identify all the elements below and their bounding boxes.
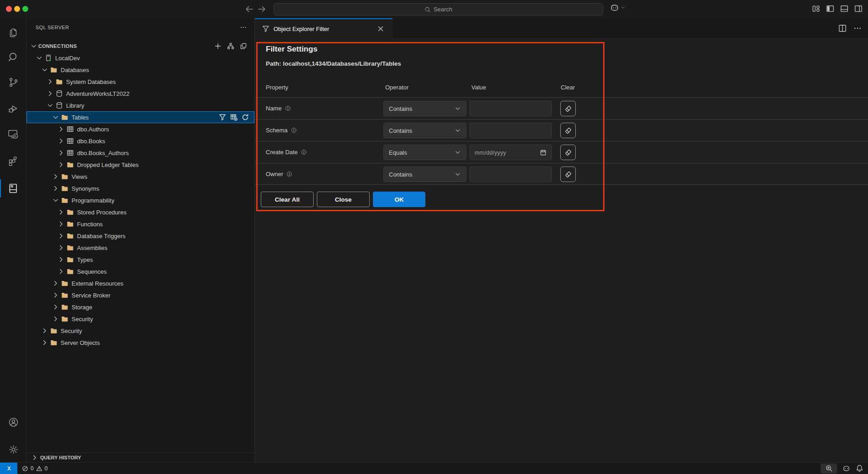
value-input[interactable]	[470, 167, 552, 182]
toggle-secondary-sidebar-icon[interactable]	[854, 5, 863, 13]
tree-item-databases[interactable]: Databases	[26, 64, 254, 76]
activity-bar-item-source-control[interactable]	[0, 72, 26, 92]
tree-item-security[interactable]: Security	[26, 313, 254, 325]
operator-dropdown[interactable]: Contains	[383, 123, 466, 138]
tree-item-system-databases[interactable]: System Databases	[26, 76, 254, 88]
database-icon	[56, 90, 63, 97]
tree-item-label: External Resources	[72, 280, 123, 287]
toggle-primary-sidebar-icon[interactable]	[826, 5, 834, 13]
close-button[interactable]: Close	[317, 192, 370, 207]
activity-bar-item-extensions[interactable]	[0, 151, 26, 171]
column-header-operator: Operator	[385, 84, 408, 91]
activity-bar-item-search[interactable]	[0, 47, 26, 67]
problems-status[interactable]: 0 0	[22, 465, 47, 472]
tree-item-localdev[interactable]: LocalDev	[26, 52, 254, 64]
chevron-down-icon	[455, 105, 461, 112]
toggle-panel-icon[interactable]	[840, 5, 848, 13]
tree-item-tables[interactable]: Tables	[26, 111, 254, 123]
value-input[interactable]: mm/dd/yyyy	[470, 145, 552, 160]
tree-item-synonyms[interactable]: Synonyms	[26, 182, 254, 194]
tree-item-label: Tables	[72, 114, 89, 121]
zoom-in-icon	[825, 464, 833, 472]
navigate-forward-icon[interactable]	[257, 4, 267, 14]
tree-item-server-objects[interactable]: Server Objects	[26, 337, 254, 349]
activity-bar-item-remote-explorer[interactable]	[0, 124, 26, 144]
clear-row-button[interactable]	[560, 145, 576, 160]
tree-item-adventureworkslt2022[interactable]: AdventureWorksLT2022	[26, 88, 254, 99]
chevron-right-icon	[52, 315, 59, 323]
tree-item-programmability[interactable]: Programmability	[26, 194, 254, 206]
remote-icon	[5, 465, 12, 472]
tree-item-dropped-ledger-tables[interactable]: Dropped Ledger Tables	[26, 159, 254, 171]
new-table-icon[interactable]	[230, 114, 238, 121]
remote-indicator-button[interactable]	[0, 463, 17, 474]
copilot-menu-button[interactable]	[610, 4, 625, 11]
chevron-right-icon	[52, 292, 59, 299]
value-input[interactable]	[470, 123, 552, 138]
tree-item-external-resources[interactable]: External Resources	[26, 277, 254, 289]
tree-item-service-broker[interactable]: Service Broker	[26, 289, 254, 301]
folder-icon	[67, 268, 74, 275]
operator-value: Contains	[389, 105, 412, 112]
copilot-status-icon[interactable]	[842, 464, 850, 472]
tree-item-dbo-books-authors[interactable]: dbo.Books_Authors	[26, 147, 254, 159]
window-minimize-button[interactable]	[14, 6, 20, 12]
server-icon	[45, 54, 52, 62]
operator-dropdown[interactable]: Equals	[383, 145, 466, 160]
search-input[interactable]: Search	[274, 3, 603, 16]
value-input[interactable]	[470, 101, 552, 116]
clear-all-button[interactable]: Clear All	[261, 192, 314, 207]
activity-bar-item-run-and-debug[interactable]	[0, 98, 26, 118]
ok-button[interactable]: OK	[373, 192, 425, 207]
activity-bar-item-settings[interactable]	[0, 439, 26, 459]
activity-bar-item-sql-server[interactable]	[0, 178, 26, 198]
notifications-bell-icon[interactable]	[856, 464, 863, 472]
tree-item-library[interactable]: Library	[26, 99, 254, 111]
zoom-in-status-button[interactable]	[821, 464, 837, 474]
tab-close-icon[interactable]	[377, 25, 385, 33]
tab-object-explorer-filter[interactable]: Object Explorer Filter	[255, 18, 393, 38]
tree-item-types[interactable]: Types	[26, 254, 254, 266]
window-close-button[interactable]	[6, 6, 12, 12]
activity-bar	[0, 18, 26, 462]
server-group-icon[interactable]	[227, 42, 234, 50]
tree-item-storage[interactable]: Storage	[26, 301, 254, 313]
tree-item-assemblies[interactable]: Assemblies	[26, 242, 254, 254]
add-connection-icon[interactable]	[214, 42, 222, 50]
chevron-right-icon	[57, 149, 65, 156]
more-actions-icon[interactable]	[240, 24, 247, 31]
tree-item-views[interactable]: Views	[26, 171, 254, 182]
clear-row-button[interactable]	[560, 123, 576, 138]
chevron-right-icon	[41, 327, 48, 334]
navigate-back-icon[interactable]	[244, 4, 254, 14]
folder-icon	[67, 232, 74, 240]
property-name: Create Date	[266, 149, 298, 156]
new-window-icon[interactable]	[240, 42, 247, 50]
clear-row-button[interactable]	[560, 101, 576, 116]
activity-bar-item-explorer[interactable]	[0, 23, 26, 43]
chevron-right-icon	[57, 220, 65, 228]
tree-item-label: Databases	[61, 67, 89, 73]
window-zoom-button[interactable]	[22, 6, 28, 12]
search-placeholder: Search	[434, 6, 452, 13]
tree-item-functions[interactable]: Functions	[26, 218, 254, 230]
tree-item-dbo-authors[interactable]: dbo.Authors	[26, 123, 254, 135]
editor-more-actions-icon[interactable]	[853, 24, 862, 32]
filter-icon[interactable]	[219, 114, 226, 121]
tree-item-database-triggers[interactable]: Database Triggers	[26, 230, 254, 242]
tree-item-sequences[interactable]: Sequences	[26, 266, 254, 277]
refresh-icon[interactable]	[242, 114, 249, 121]
tree-item-connections[interactable]: CONNECTIONS	[26, 40, 254, 52]
tree-item-security[interactable]: Security	[26, 325, 254, 337]
operator-dropdown[interactable]: Contains	[383, 101, 466, 116]
query-history-section[interactable]: QUERY HISTORY	[26, 453, 254, 462]
operator-dropdown[interactable]: Contains	[383, 167, 466, 182]
activity-bar-item-accounts[interactable]	[0, 412, 26, 432]
customize-layout-icon[interactable]	[812, 5, 820, 13]
tree-item-stored-procedures[interactable]: Stored Procedures	[26, 206, 254, 218]
clear-row-button[interactable]	[560, 167, 576, 182]
tree-item-dbo-books[interactable]: dbo.Books	[26, 135, 254, 147]
folder-icon	[61, 280, 68, 287]
calendar-icon[interactable]	[540, 149, 547, 156]
split-editor-icon[interactable]	[838, 24, 847, 32]
